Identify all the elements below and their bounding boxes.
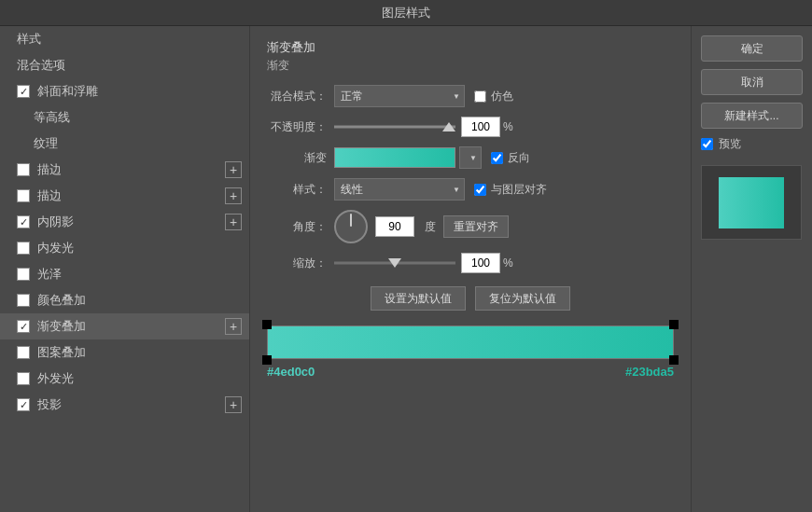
opacity-label: 不透明度： xyxy=(267,119,334,135)
gradient-dropdown-wrap xyxy=(459,146,482,169)
sidebar-item-label: 外发光 xyxy=(37,370,74,387)
scale-unit: % xyxy=(503,256,513,270)
reverse-label: 反向 xyxy=(508,150,530,166)
gradient-dropdown[interactable] xyxy=(459,146,482,169)
stroke2-checkbox[interactable] xyxy=(17,189,30,202)
style-select[interactable]: 线性 xyxy=(334,178,465,201)
align-label: 与图层对齐 xyxy=(491,182,547,198)
blend-mode-select[interactable]: 正常 xyxy=(334,85,465,107)
sidebar-item-satin[interactable]: 光泽 xyxy=(0,261,249,287)
opacity-unit: % xyxy=(503,120,513,133)
window-title: 图层样式 xyxy=(382,5,430,21)
sidebar-item-inner-glow[interactable]: 内发光 xyxy=(0,235,249,261)
opacity-fill xyxy=(334,126,455,129)
sidebar-item-texture[interactable]: 纹理 xyxy=(0,131,249,157)
drop-shadow-add-button[interactable]: + xyxy=(225,396,242,413)
sidebar-item-label: 斜面和浮雕 xyxy=(37,83,98,100)
ok-button[interactable]: 确定 xyxy=(701,35,803,62)
sidebar-item-gradient-overlay[interactable]: 渐变叠加 + xyxy=(0,313,249,339)
set-default-button[interactable]: 设置为默认值 xyxy=(371,286,466,311)
inner-shadow-add-button[interactable]: + xyxy=(225,214,242,230)
stroke2-add-button[interactable]: + xyxy=(225,187,242,204)
simulate-checkbox-label: 仿色 xyxy=(474,89,513,104)
gradient-preview-area: #4ed0c0 #23bda5 xyxy=(267,325,674,379)
sidebar: 样式 混合选项 斜面和浮雕 等高线 纹理 描边 + 描边 + 内阴影 + xyxy=(0,26,250,512)
sidebar-item-style[interactable]: 样式 xyxy=(0,26,249,52)
new-style-button[interactable]: 新建样式... xyxy=(701,103,803,129)
sidebar-item-label: 描边 xyxy=(37,187,62,204)
stroke1-checkbox[interactable] xyxy=(17,163,30,176)
stop-handle-bottom-right[interactable] xyxy=(669,355,679,365)
inner-shadow-checkbox[interactable] xyxy=(17,215,30,228)
gradient-bar[interactable] xyxy=(267,325,674,359)
scale-slider[interactable] xyxy=(334,254,455,272)
gradient-swatch[interactable] xyxy=(334,147,455,168)
preview-box xyxy=(701,165,802,240)
scale-row: 缩放： 100 % xyxy=(267,253,674,273)
angle-input[interactable]: 90 xyxy=(375,216,414,237)
sidebar-item-stroke1[interactable]: 描边 + xyxy=(0,157,249,183)
scale-label: 缩放： xyxy=(267,256,334,271)
stroke1-add-button[interactable]: + xyxy=(225,161,242,178)
sidebar-item-color-overlay[interactable]: 颜色叠加 xyxy=(0,287,249,313)
opacity-row: 不透明度： 100 % xyxy=(267,117,674,137)
opacity-slider[interactable] xyxy=(334,118,455,136)
left-color-label[interactable]: #4ed0c0 xyxy=(267,365,315,379)
sidebar-item-label: 内发光 xyxy=(37,240,74,256)
align-checkbox[interactable] xyxy=(474,184,486,196)
gradient-overlay-checkbox[interactable] xyxy=(17,320,30,333)
scale-thumb[interactable] xyxy=(388,258,401,268)
sidebar-item-label: 纹理 xyxy=(34,135,58,152)
sidebar-item-label: 等高线 xyxy=(34,109,70,126)
style-row: 样式： 线性 与图层对齐 xyxy=(267,178,674,201)
panel-title: 渐变叠加 xyxy=(267,39,674,56)
right-color-label[interactable]: #23bda5 xyxy=(625,365,674,379)
preview-thumbnail xyxy=(719,177,784,228)
sidebar-item-label: 投影 xyxy=(37,396,62,413)
color-overlay-checkbox[interactable] xyxy=(17,294,30,307)
sidebar-item-label: 内阴影 xyxy=(37,214,74,230)
gradient-row: 渐变 反向 xyxy=(267,146,674,169)
stop-handle-top-right[interactable] xyxy=(669,320,679,329)
opacity-track xyxy=(334,126,455,129)
sidebar-item-stroke2[interactable]: 描边 + xyxy=(0,183,249,209)
sidebar-item-bevel[interactable]: 斜面和浮雕 xyxy=(0,78,249,104)
sidebar-item-label: 图案叠加 xyxy=(37,344,86,361)
sidebar-item-blend[interactable]: 混合选项 xyxy=(0,52,249,78)
stop-handle-bottom-left[interactable] xyxy=(262,355,272,365)
angle-label: 角度： xyxy=(267,219,334,235)
reset-default-button[interactable]: 复位为默认值 xyxy=(475,286,570,311)
sidebar-item-label: 混合选项 xyxy=(17,57,65,74)
bevel-checkbox[interactable] xyxy=(17,85,30,98)
sidebar-item-inner-shadow[interactable]: 内阴影 + xyxy=(0,209,249,235)
sidebar-item-label: 样式 xyxy=(17,31,41,48)
sidebar-item-label: 描边 xyxy=(37,161,62,178)
angle-row: 角度： 90 度 重置对齐 xyxy=(267,210,674,243)
gradient-overlay-add-button[interactable]: + xyxy=(225,318,242,335)
inner-glow-checkbox[interactable] xyxy=(17,242,30,255)
sidebar-item-drop-shadow[interactable]: 投影 + xyxy=(0,392,249,418)
opacity-input[interactable]: 100 xyxy=(461,117,500,137)
scale-input[interactable]: 100 xyxy=(461,253,500,273)
sidebar-item-pattern-overlay[interactable]: 图案叠加 xyxy=(0,339,249,366)
opacity-thumb[interactable] xyxy=(442,122,455,131)
drop-shadow-checkbox[interactable] xyxy=(17,398,30,411)
outer-glow-checkbox[interactable] xyxy=(17,372,30,385)
angle-dial[interactable] xyxy=(334,210,368,243)
sidebar-item-contour[interactable]: 等高线 xyxy=(0,104,249,131)
right-panel: 确定 取消 新建样式... 预览 xyxy=(691,26,812,512)
preview-label: 预览 xyxy=(719,136,741,152)
gradient-bar-container xyxy=(267,325,674,359)
cancel-button[interactable]: 取消 xyxy=(701,69,803,95)
stop-handle-top-left[interactable] xyxy=(262,320,272,329)
preview-checkbox[interactable] xyxy=(701,138,713,150)
simulate-checkbox[interactable] xyxy=(474,90,486,103)
pattern-overlay-checkbox[interactable] xyxy=(17,346,30,359)
panel-subtitle: 渐变 xyxy=(267,58,674,74)
sidebar-item-label: 渐变叠加 xyxy=(37,318,86,335)
satin-checkbox[interactable] xyxy=(17,268,30,281)
sidebar-item-outer-glow[interactable]: 外发光 xyxy=(0,366,249,392)
style-label: 样式： xyxy=(267,182,334,198)
reset-align-button[interactable]: 重置对齐 xyxy=(443,215,509,238)
reverse-checkbox[interactable] xyxy=(491,152,503,164)
